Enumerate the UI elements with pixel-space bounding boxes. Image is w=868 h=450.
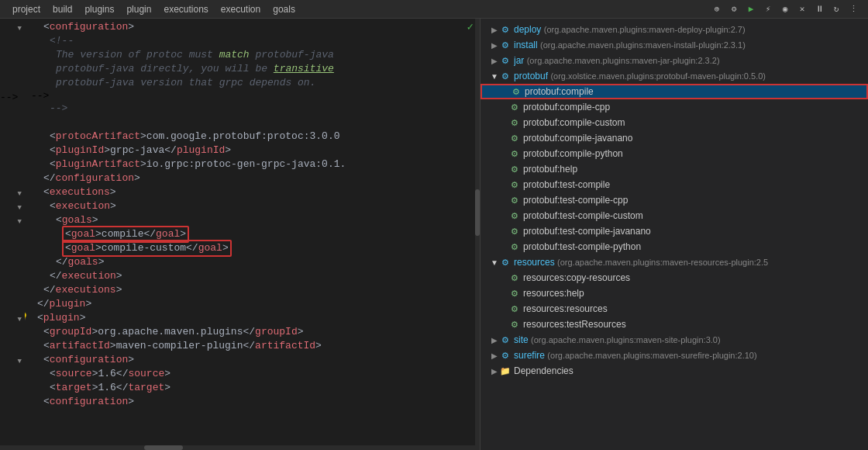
tree-label: protobuf:test-compile-javanano: [523, 226, 865, 237]
code-line: <artifactId>maven-compiler-plugin</artif…: [31, 339, 480, 353]
goal-icon: ⚙: [508, 163, 521, 175]
plugin-icon: ⚙: [499, 349, 512, 362]
goal-icon: ⚙: [508, 318, 521, 331]
plugin-icon: ⚙: [499, 334, 512, 346]
check-mark: ✓: [467, 20, 474, 33]
plugin-icon: ⚙: [499, 54, 512, 67]
menu-item-execution[interactable]: execution: [215, 2, 267, 16]
tree-item-protobuf-compile-cpp[interactable]: ⚙ protobuf:compile-cpp: [480, 99, 868, 115]
goal-icon: ⚙: [508, 147, 521, 160]
tree-item-protobuf-test-compile-custom[interactable]: ⚙ protobuf:test-compile-custom: [480, 208, 868, 223]
code-line: -->: [31, 102, 480, 116]
plugin-icon: ⚙: [499, 256, 512, 268]
plugin-icon: ⚙: [499, 23, 512, 36]
menu-item-executions[interactable]: executions: [157, 2, 214, 16]
toolbar-btn-circle[interactable]: ◉: [777, 2, 793, 17]
tree-label: jar (org.apache.maven.plugins:maven-jar-…: [514, 55, 865, 66]
tree-label: resources (org.apache.maven.plugins:mave…: [514, 257, 865, 268]
tree-label: protobuf:test-compile: [523, 179, 865, 190]
horizontal-scrollbar[interactable]: [0, 445, 480, 450]
tree-item-resources-help[interactable]: ⚙ resources:help: [480, 286, 868, 301]
tree-label-dependencies: Dependencies: [514, 365, 865, 376]
tree-label: resources:testResources: [523, 319, 865, 330]
menu-item-plugin[interactable]: plugin: [120, 2, 157, 16]
toolbar-btn-pause[interactable]: ⏸: [811, 2, 827, 17]
goal-icon: ⚙: [508, 116, 521, 129]
tree-item-resources-copy[interactable]: ⚙ resources:copy-resources: [480, 270, 868, 286]
code-line: </goals>: [31, 255, 480, 269]
tree-label: protobuf:test-compile-python: [523, 241, 865, 252]
tree-item-protobuf-test-compile-javanano[interactable]: ⚙ protobuf:test-compile-javanano: [480, 223, 868, 239]
goal-icon: ⚙: [508, 132, 521, 144]
tree-item-resources-resources[interactable]: ⚙ resources:resources: [480, 301, 868, 317]
menu-item-goals[interactable]: goals: [267, 2, 301, 16]
h-scrollbar-thumb[interactable]: [144, 445, 183, 450]
tree-label: protobuf:compile-cpp: [523, 102, 865, 112]
tree-arrow-protobuf: ▼: [490, 72, 499, 81]
tree-arrow-site: ▶: [490, 336, 499, 344]
tree-label: resources:help: [523, 288, 865, 299]
tree-item-resources-testresources[interactable]: ⚙ resources:testResources: [480, 317, 868, 332]
code-lines: <configuration> <!-- The version of prot…: [25, 19, 480, 445]
menu-item-build[interactable]: build: [46, 2, 78, 16]
tree-arrow-jar: ▶: [490, 57, 499, 65]
tree-label: install (org.apache.maven.plugins:maven-…: [514, 40, 865, 50]
tree-label-protobuf-compile: protobuf:compile: [525, 86, 863, 97]
tree-item-dependencies[interactable]: ▶ 📁 Dependencies: [480, 363, 868, 379]
tree-item-protobuf[interactable]: ▼ ⚙ protobuf (org.xolstice.maven.plugins…: [480, 68, 868, 84]
tree-label: protobuf:compile-python: [523, 148, 865, 159]
main-area: ✓ ▼ -->: [0, 19, 868, 450]
scrollbar-thumb[interactable]: [475, 189, 480, 236]
code-line: <configuration>: [31, 395, 480, 409]
toolbar-btn-refresh[interactable]: ↻: [828, 2, 844, 17]
tree-item-resources[interactable]: ▼ ⚙ resources (org.apache.maven.plugins:…: [480, 254, 868, 270]
toolbar-btn-run[interactable]: ▶: [743, 2, 759, 17]
code-line: </configuration>: [31, 171, 480, 185]
tree-item-protobuf-test-compile-python[interactable]: ⚙ protobuf:test-compile-python: [480, 239, 868, 254]
code-line: </execution>: [31, 269, 480, 283]
tree-item-protobuf-compile[interactable]: ⚙ protobuf:compile: [480, 84, 868, 99]
code-content[interactable]: ✓ ▼ -->: [0, 19, 480, 445]
tree-item-jar[interactable]: ▶ ⚙ jar (org.apache.maven.plugins:maven-…: [480, 53, 868, 68]
toolbar-btn-more[interactable]: ⋮: [846, 2, 861, 17]
code-line: <configuration>: [31, 20, 480, 34]
vertical-scrollbar[interactable]: [475, 19, 480, 445]
tree-item-protobuf-test-compile-cpp[interactable]: ⚙ protobuf:test-compile-cpp: [480, 192, 868, 208]
tree-item-site[interactable]: ▶ ⚙ site (org.apache.maven.plugins:maven…: [480, 332, 868, 348]
goal-icon: ⚙: [508, 287, 521, 299]
tree-item-protobuf-test-compile[interactable]: ⚙ protobuf:test-compile: [480, 177, 868, 192]
tree-item-protobuf-compile-custom[interactable]: ⚙ protobuf:compile-custom: [480, 115, 868, 130]
tree-item-surefire[interactable]: ▶ ⚙ surefire (org.apache.maven.plugins:m…: [480, 348, 868, 363]
tree-item-deploy[interactable]: ▶ ⚙ deploy (org.apache.maven.plugins:mav…: [480, 22, 868, 37]
plugin-icon: ⚙: [499, 39, 512, 51]
tree-arrow-install: ▶: [490, 41, 499, 50]
tree-label: site (org.apache.maven.plugins:maven-sit…: [514, 334, 865, 345]
code-line: <configuration>: [31, 353, 480, 367]
code-line: <pluginArtifact>io.grpc:protoc-gen-grpc-…: [31, 158, 480, 171]
tree-item-protobuf-compile-python[interactable]: ⚙ protobuf:compile-python: [480, 146, 868, 161]
toolbar-btn-settings[interactable]: ⚙: [726, 2, 742, 17]
goal-icon: ⚙: [508, 272, 521, 284]
menu-bar: project build plugins plugin executions …: [0, 0, 868, 19]
plugin-icon: ⚙: [499, 70, 512, 82]
toolbar-btn-lightning[interactable]: ⚡: [760, 2, 776, 17]
toolbar-btn-stop[interactable]: ✕: [794, 2, 810, 17]
toolbar-btn-collapse[interactable]: ⊕: [709, 2, 725, 17]
tree-item-protobuf-help[interactable]: ⚙ protobuf:help: [480, 161, 868, 177]
tree-item-install[interactable]: ▶ ⚙ install (org.apache.maven.plugins:ma…: [480, 37, 868, 53]
code-line: <target>1.6</target>: [31, 381, 480, 395]
menu-item-project[interactable]: project: [6, 2, 46, 16]
code-line: protobuf-java version that grpc depends …: [31, 76, 480, 90]
tree-label: protobuf:test-compile-cpp: [523, 195, 865, 206]
tree-label: protobuf (org.xolstice.maven.plugins:pro…: [514, 71, 865, 81]
tree-label: protobuf:compile-javanano: [523, 133, 865, 144]
tree-arrow-deploy: ▶: [490, 26, 499, 34]
maven-tree-panel: ▶ ⚙ deploy (org.apache.maven.plugins:mav…: [480, 19, 868, 450]
goal-icon: ⚙: [508, 194, 521, 206]
code-line: <execution>: [31, 199, 480, 213]
tree-arrow-dependencies: ▶: [490, 367, 499, 376]
folder-icon: 📁: [499, 365, 512, 377]
menu-item-plugins[interactable]: plugins: [78, 2, 120, 16]
tree-item-protobuf-compile-javanano[interactable]: ⚙ protobuf:compile-javanano: [480, 130, 868, 146]
tree-label: resources:copy-resources: [523, 272, 865, 283]
